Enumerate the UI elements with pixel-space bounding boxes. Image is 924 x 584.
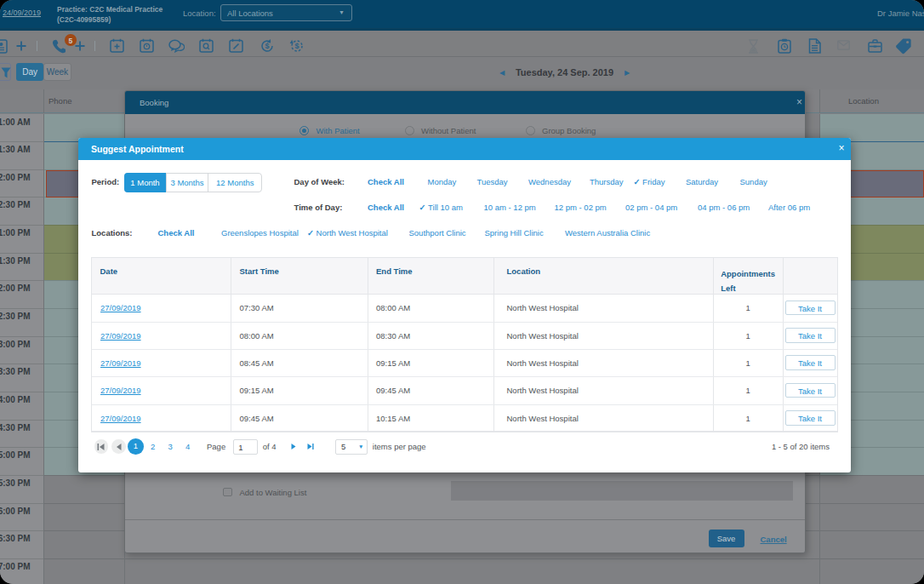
svg-text:$: $ (294, 42, 299, 50)
svg-text:$: $ (265, 42, 269, 50)
